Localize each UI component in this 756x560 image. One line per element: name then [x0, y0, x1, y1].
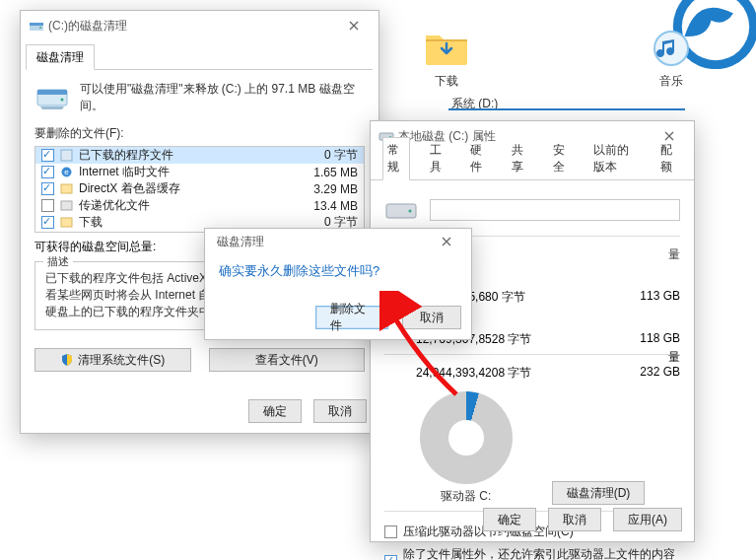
file-list[interactable]: 已下载的程序文件 0 字节 e Internet 临时文件 1.65 MB Di… — [34, 146, 365, 233]
delete-files-button[interactable]: 删除文件 — [315, 306, 388, 329]
file-checkbox[interactable] — [41, 216, 54, 229]
file-size: 0 字节 — [324, 147, 358, 164]
disk-cleanup-window: (C:)的磁盘清理 磁盘清理 可以使用"磁盘清理"来释放 (C:) 上的 97.… — [20, 10, 379, 434]
svg-point-18 — [409, 210, 412, 213]
close-icon — [442, 237, 451, 246]
svg-rect-7 — [37, 90, 67, 95]
cancel-button[interactable]: 取消 — [313, 399, 367, 423]
svg-rect-13 — [61, 201, 72, 210]
ok-button[interactable]: 确定 — [248, 399, 302, 423]
view-files-button[interactable]: 查看文件(V) — [209, 348, 366, 372]
drive-caption: 驱动器 C: — [420, 488, 513, 505]
free-size: 118 GB — [640, 331, 680, 348]
files-to-delete-label: 要删除的文件(F): — [34, 125, 365, 142]
file-row[interactable]: e Internet 临时文件 1.65 MB — [35, 164, 364, 180]
tab-security[interactable]: 安全 — [549, 138, 575, 179]
file-label: 传递优化文件 — [79, 197, 308, 214]
confirm-message: 确实要永久删除这些文件吗? — [219, 262, 457, 280]
tab-previous[interactable]: 以前的版本 — [589, 138, 641, 179]
tab-tools[interactable]: 工具 — [426, 138, 451, 179]
tab-quota[interactable]: 配额 — [656, 138, 682, 179]
file-row[interactable]: 传递优化文件 13.4 MB — [35, 197, 364, 214]
system-drive-underline — [448, 108, 685, 110]
tab-hardware[interactable]: 硬件 — [466, 138, 492, 179]
explorer-background: 下载 音乐 — [384, 0, 756, 118]
apply-button[interactable]: 应用(A) — [613, 508, 682, 531]
tab-general[interactable]: 常规 — [382, 137, 410, 180]
properties-tabs: 常规 工具 硬件 共享 安全 以前的版本 配额 — [371, 151, 694, 180]
close-button[interactable] — [430, 231, 463, 252]
drive-icon — [34, 80, 70, 115]
cancel-button[interactable]: 取消 — [548, 508, 601, 531]
tab-disk-cleanup[interactable]: 磁盘清理 — [26, 44, 95, 70]
svg-point-8 — [61, 99, 64, 102]
index-checkbox[interactable] — [384, 555, 397, 560]
svg-point-5 — [39, 27, 41, 29]
file-row[interactable]: 已下载的程序文件 0 字节 — [35, 147, 364, 164]
file-icon — [60, 182, 73, 195]
file-checkbox[interactable] — [41, 166, 54, 178]
svg-text:e: e — [64, 168, 69, 176]
space-pie-chart — [420, 391, 513, 484]
disk-cleanup-button[interactable]: 磁盘清理(D) — [552, 481, 646, 505]
file-checkbox[interactable] — [41, 182, 54, 195]
drive-name-input[interactable] — [430, 199, 680, 221]
svg-rect-9 — [61, 150, 72, 161]
half-label: 量 — [668, 246, 680, 263]
file-checkbox[interactable] — [41, 149, 54, 162]
file-label: 已下载的程序文件 — [79, 147, 318, 164]
downloads-folder[interactable]: 下载 — [424, 30, 469, 90]
file-icon — [60, 216, 73, 229]
close-icon — [349, 21, 359, 31]
svg-rect-4 — [30, 23, 43, 26]
file-size: 1.65 MB — [313, 166, 358, 179]
confirm-title: 磁盘清理 — [213, 234, 430, 250]
cancel-button[interactable]: 取消 — [402, 306, 461, 329]
file-label: Internet 临时文件 — [79, 164, 308, 180]
svg-rect-14 — [61, 218, 72, 227]
cleanup-summary: 可以使用"磁盘清理"来释放 (C:) 上的 97.1 MB 磁盘空间。 — [80, 81, 365, 114]
tab-sharing[interactable]: 共享 — [508, 138, 533, 179]
index-option[interactable]: 除了文件属性外，还允许索引此驱动器上文件的内容(I) — [384, 546, 680, 560]
downloads-label: 下载 — [424, 73, 469, 90]
svg-rect-12 — [61, 184, 72, 193]
disk-cleanup-icon — [29, 18, 44, 34]
file-size: 3.29 MB — [313, 182, 358, 196]
capacity-bytes: 24,944,393,4208 字节 — [416, 365, 626, 382]
confirm-dialog: 磁盘清理 确实要永久删除这些文件吗? 删除文件 取消 — [204, 228, 472, 340]
clean-system-files-button[interactable]: 清理系统文件(S) — [34, 348, 191, 372]
file-icon — [60, 149, 73, 162]
file-row[interactable]: DirectX 着色器缓存 3.29 MB — [35, 180, 364, 197]
capacity-half-label: 量 — [668, 349, 680, 366]
file-checkbox[interactable] — [41, 199, 54, 212]
file-size: 13.4 MB — [313, 199, 358, 213]
disk-cleanup-title: (C:)的磁盘清理 — [44, 18, 337, 35]
music-folder[interactable]: 音乐 — [649, 30, 694, 90]
used-size: 113 GB — [640, 289, 680, 306]
compress-checkbox[interactable] — [384, 525, 397, 538]
close-button[interactable] — [337, 15, 371, 36]
capacity-size: 232 GB — [640, 365, 680, 382]
file-label: DirectX 着色器缓存 — [79, 180, 308, 197]
disk-cleanup-titlebar[interactable]: (C:)的磁盘清理 — [21, 11, 378, 40]
ok-button[interactable]: 确定 — [483, 508, 536, 531]
disk-cleanup-tabstrip: 磁盘清理 — [27, 44, 373, 70]
file-icon: e — [60, 166, 73, 178]
drive-large-icon — [384, 196, 418, 224]
file-icon — [60, 199, 73, 212]
music-label: 音乐 — [649, 73, 694, 90]
confirm-titlebar[interactable]: 磁盘清理 — [205, 229, 471, 254]
shield-icon — [60, 353, 74, 367]
description-legend: 描述 — [43, 254, 73, 269]
